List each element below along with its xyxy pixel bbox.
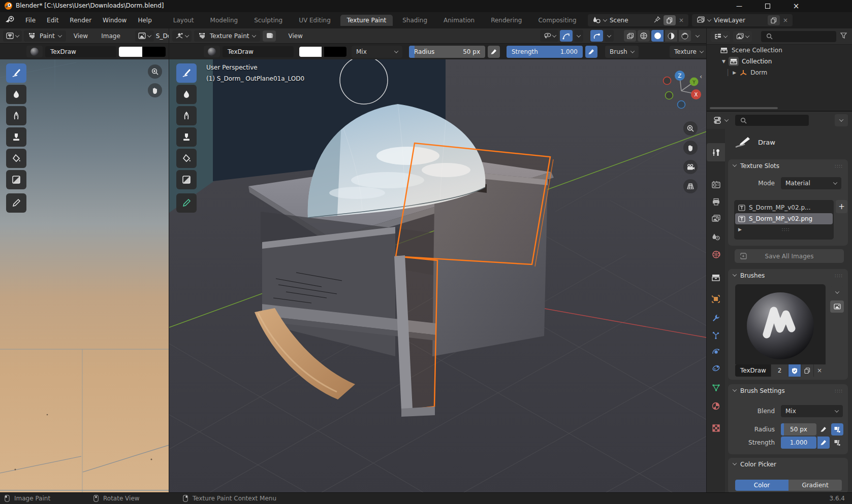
tab-world[interactable] — [710, 249, 722, 260]
viewport-pan-button[interactable] — [683, 141, 698, 155]
panel-collapse-icon[interactable] — [733, 387, 737, 391]
scene-selector[interactable]: Scene × — [588, 14, 688, 26]
tab-texture[interactable] — [710, 422, 722, 433]
tab-rendering[interactable]: Rendering — [484, 15, 528, 26]
list-grip[interactable]: :::: — [781, 227, 790, 232]
tab-collection[interactable] — [710, 272, 722, 283]
paint-masking-button[interactable] — [263, 30, 276, 42]
image-canvas[interactable] — [0, 59, 169, 492]
tab-modeling[interactable]: Modeling — [204, 15, 245, 26]
gizmos-toggle[interactable] — [624, 30, 636, 42]
tab-scene[interactable] — [710, 231, 722, 242]
strength-slider[interactable]: Strength 1.000 — [507, 46, 583, 58]
panel-collapse-icon[interactable] — [733, 162, 737, 166]
soften-tool-button[interactable] — [176, 85, 197, 104]
viewport-canvas[interactable]: User Perspective (1) S_Dorm_ OutPlane01a… — [169, 59, 707, 492]
tab-sculpting[interactable]: Sculpting — [247, 15, 289, 26]
tab-uv-editing[interactable]: UV Editing — [292, 15, 337, 26]
menu-help[interactable]: Help — [132, 17, 157, 24]
shading-rendered-button[interactable] — [679, 30, 691, 42]
viewport-ortho-button[interactable] — [683, 179, 698, 193]
tab-object-data[interactable] — [710, 382, 722, 393]
viewport-view-menu[interactable]: View — [282, 32, 308, 40]
outliner-row-collection[interactable]: ▼ Collection ✓ — [707, 56, 852, 67]
image-pan-button[interactable] — [148, 83, 162, 97]
draw-tool-button[interactable] — [6, 63, 26, 83]
radius-pressure-button[interactable] — [488, 46, 500, 58]
blender-menu-icon[interactable] — [5, 16, 15, 25]
filter-icon[interactable] — [840, 32, 847, 40]
brush-name-field[interactable]: TexDraw — [45, 46, 116, 57]
clone-tool-button[interactable] — [6, 127, 26, 147]
properties-search-input[interactable] — [735, 115, 809, 126]
brush-popover[interactable]: Brush — [605, 46, 639, 58]
mode-dropdown[interactable]: Material — [781, 177, 841, 189]
image-datablock-selector[interactable] — [135, 30, 154, 42]
fill-tool-button[interactable] — [176, 149, 197, 168]
horizontal-scrollbar[interactable] — [710, 107, 778, 109]
editor-type-button[interactable] — [711, 31, 730, 42]
shading-solid-button[interactable] — [651, 30, 664, 42]
draw-tool-button[interactable] — [176, 63, 197, 83]
editor-type-button[interactable] — [3, 30, 22, 42]
sidebar-expand-arrow[interactable]: ‹ — [700, 73, 702, 80]
secondary-color-swatch[interactable] — [324, 47, 346, 57]
viewport-camera-button[interactable] — [683, 160, 698, 174]
add-texture-slot-button[interactable]: + — [836, 200, 847, 213]
tab-texture-paint[interactable]: Texture Paint — [340, 15, 393, 26]
shading-material-button[interactable] — [665, 30, 677, 42]
brush-select-dropdown[interactable] — [830, 286, 844, 298]
primary-color-swatch[interactable] — [119, 47, 142, 57]
panel-grip[interactable]: :::: — [835, 388, 843, 393]
panel-collapse-icon[interactable] — [733, 272, 737, 276]
proportional-falloff-button[interactable] — [560, 30, 573, 42]
image-mode-dropdown[interactable]: Paint — [24, 30, 66, 42]
soften-tool-button[interactable] — [6, 85, 26, 104]
expand-arrow-icon[interactable]: ▶ — [738, 227, 742, 232]
smear-tool-button[interactable] — [176, 106, 197, 125]
shading-options-dropdown[interactable] — [692, 30, 703, 42]
navigation-gizmo[interactable]: Z Y X — [658, 69, 705, 115]
view-layer-selector[interactable]: ViewLayer × — [692, 14, 793, 26]
secondary-color-swatch[interactable] — [142, 47, 166, 57]
brush-preview-button[interactable] — [26, 46, 43, 57]
tab-material[interactable] — [710, 400, 722, 412]
editor-type-button[interactable] — [172, 30, 192, 42]
annotate-tool-button[interactable] — [176, 193, 197, 213]
outliner-display-mode[interactable] — [733, 31, 752, 42]
duplicate-brush-button[interactable] — [801, 364, 813, 377]
strength-unit-toggle[interactable] — [831, 436, 843, 449]
panel-grip[interactable]: :::: — [835, 273, 843, 278]
close-button[interactable]: × — [788, 2, 804, 11]
strength-pressure-button[interactable] — [585, 46, 597, 58]
new-scene-button[interactable] — [664, 15, 676, 25]
color-tab-button[interactable]: Color — [735, 480, 788, 491]
editor-type-button[interactable] — [711, 114, 731, 126]
tab-animation[interactable]: Animation — [437, 15, 481, 26]
fake-user-button[interactable] — [788, 364, 801, 377]
tab-constraints[interactable] — [710, 362, 722, 374]
strength-pressure-pen-button[interactable] — [817, 436, 830, 449]
brush-name-field[interactable]: TexDraw — [223, 46, 294, 57]
new-view-layer-button[interactable] — [768, 15, 780, 25]
menu-edit[interactable]: Edit — [41, 17, 64, 24]
minimize-button[interactable]: — — [732, 2, 747, 11]
pin-icon[interactable] — [654, 16, 660, 24]
remove-view-layer-icon[interactable]: × — [783, 17, 788, 24]
unlink-scene-icon[interactable]: × — [679, 17, 684, 24]
tab-tool[interactable] — [710, 147, 722, 158]
texture-popover[interactable]: Texture — [670, 46, 708, 58]
brush-preview[interactable] — [735, 284, 826, 364]
menu-window[interactable]: Window — [97, 17, 132, 24]
annotate-tool-button[interactable] — [6, 193, 26, 213]
tab-compositing[interactable]: Compositing — [531, 15, 583, 26]
tab-shading[interactable]: Shading — [396, 15, 434, 26]
clone-tool-button[interactable] — [176, 127, 197, 147]
brush-preview-button[interactable] — [204, 46, 220, 57]
blend-mode-dropdown[interactable]: Mix — [352, 46, 402, 58]
mode-dropdown[interactable]: Texture Paint — [194, 30, 260, 42]
tab-output[interactable] — [710, 196, 722, 207]
fill-tool-button[interactable] — [6, 149, 26, 168]
tab-particles[interactable] — [710, 330, 722, 341]
tab-render[interactable] — [710, 179, 722, 190]
